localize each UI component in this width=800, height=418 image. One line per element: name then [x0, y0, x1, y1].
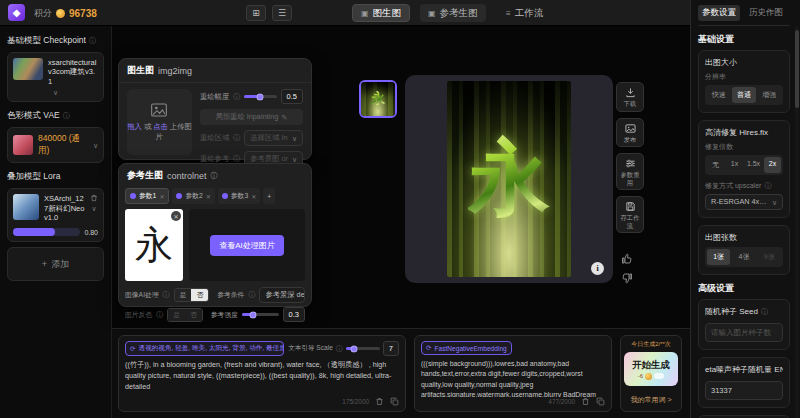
- cfg-scale-slider[interactable]: [346, 347, 380, 350]
- menu-button[interactable]: ☰: [272, 5, 292, 21]
- info-icon[interactable]: ⓘ: [211, 171, 218, 181]
- chevron-down-icon: ∨: [292, 156, 297, 163]
- advanced-settings-header: 高级设置: [698, 282, 790, 295]
- strength-slider[interactable]: [242, 313, 279, 316]
- controlnet-tabs: 参数1 ✕ 参数2 ✕ 参数3 ✕ +: [119, 184, 311, 204]
- controlnet-tab-3[interactable]: 参数3 ✕: [218, 188, 260, 204]
- upscaler-dropdown[interactable]: R-ESRGAN 4x+ (适合多种风 ∨: [705, 194, 783, 210]
- generate-button[interactable]: 开始生成 -6: [624, 352, 678, 386]
- chevron-down-icon[interactable]: ∨: [91, 205, 96, 212]
- download-button[interactable]: 下载: [616, 82, 644, 112]
- info-icon[interactable]: ⓘ: [233, 92, 240, 102]
- controlnet-tab-2[interactable]: 参数2 ✕: [172, 188, 214, 204]
- condition-dropdown[interactable]: 参考景深 dept ∨: [259, 287, 305, 303]
- ensd-input[interactable]: [705, 381, 783, 400]
- invert-no[interactable]: 否: [185, 309, 202, 321]
- grid-view-button[interactable]: ⊞: [246, 5, 266, 21]
- scrollbar-thumb[interactable]: [795, 30, 799, 108]
- resolution-option-normal[interactable]: 普通: [732, 87, 755, 103]
- scrollbar-track[interactable]: [795, 26, 799, 418]
- save-to-workflow-button[interactable]: 存工作流: [616, 196, 644, 233]
- favorite-prompts-link[interactable]: 我的常用词 >: [630, 395, 671, 407]
- info-icon[interactable]: ⓘ: [89, 36, 96, 46]
- chevron-down-icon[interactable]: ∨: [13, 89, 98, 96]
- vae-thumbnail: [13, 135, 33, 155]
- download-icon: [625, 87, 636, 98]
- thumbs-up-icon[interactable]: [621, 253, 633, 265]
- trash-icon[interactable]: [90, 194, 98, 202]
- info-icon[interactable]: ⓘ: [233, 133, 240, 143]
- controlnet-add-tab[interactable]: +: [263, 188, 275, 204]
- vae-card[interactable]: 840000 (通用) ∨: [7, 127, 104, 163]
- tab-controlnet[interactable]: ▣ 参考生图: [420, 4, 486, 22]
- cfg-scale-value[interactable]: 7: [383, 341, 399, 356]
- upload-drag-label: 拖入: [127, 122, 142, 131]
- negative-prompt-text[interactable]: (((simple background))),lowres,bad anato…: [421, 359, 605, 397]
- copy-icon[interactable]: [596, 397, 605, 406]
- info-icon[interactable]: ⓘ: [163, 290, 170, 300]
- copy-icon[interactable]: [390, 397, 399, 406]
- publish-button[interactable]: 发布: [616, 118, 644, 148]
- thumbs-down-icon[interactable]: [621, 272, 633, 284]
- region-dropdown[interactable]: 选择区域 In ∨: [244, 130, 303, 146]
- ai-process-yes[interactable]: 是: [175, 289, 192, 301]
- picture-icon: [151, 103, 167, 117]
- controlnet-tab-1[interactable]: 参数1 ✕: [125, 188, 169, 204]
- close-icon[interactable]: ✕: [251, 193, 256, 200]
- reuse-params-button[interactable]: 参数重用: [616, 153, 644, 190]
- remove-image-button[interactable]: ✕: [171, 211, 181, 221]
- trash-icon[interactable]: [581, 397, 590, 406]
- trash-icon[interactable]: [375, 397, 384, 406]
- seed-input[interactable]: [705, 323, 783, 342]
- upscale-1-5x[interactable]: 1.5x: [745, 157, 762, 173]
- result-thumbnail[interactable]: 永: [359, 80, 397, 118]
- strength-value[interactable]: 0.3: [283, 307, 305, 322]
- ai-process-no[interactable]: 否: [191, 289, 208, 301]
- batch-1[interactable]: 1张: [707, 249, 730, 265]
- generated-image[interactable]: 永: [447, 81, 571, 277]
- close-icon[interactable]: ✕: [159, 193, 164, 200]
- controlnet-reference-image[interactable]: 永 ✕: [125, 209, 183, 281]
- image-upload-dropzone[interactable]: 拖入 或 点击 上传图片: [127, 89, 192, 155]
- info-icon[interactable]: ⓘ: [761, 307, 768, 317]
- batch-4[interactable]: 4张: [732, 249, 755, 265]
- settings-panel: 参数设置 历史作图 基础设置 出图大小 分辨率 快速 普通 增强 高清修复 Hi…: [690, 0, 800, 418]
- view-ai-processed-button[interactable]: 查看AI处理图片: [210, 235, 284, 256]
- tab-workflow-label: 工作流: [515, 7, 544, 20]
- publish-icon: [625, 123, 636, 134]
- info-icon[interactable]: ⓘ: [336, 344, 343, 354]
- lora-card[interactable]: XSArchi_127新科幻Neov1.0 ∨ 0.80: [7, 188, 104, 242]
- tab-history[interactable]: 历史作图: [745, 5, 787, 21]
- chevron-down-icon[interactable]: ∨: [93, 142, 98, 149]
- tab-img2img[interactable]: ▣ 图生图: [352, 4, 410, 22]
- lora-weight-slider[interactable]: [13, 228, 80, 236]
- workflow-icon: ≡: [506, 9, 511, 18]
- info-icon[interactable]: ⓘ: [764, 181, 771, 191]
- negative-embedding-chip[interactable]: ⟳ FastNegativeEmbedding: [421, 341, 512, 355]
- controlnet-tab-3-label: 参数3: [231, 191, 248, 201]
- resolution-option-fast[interactable]: 快速: [707, 87, 730, 103]
- upscaler-value: R-ESRGAN 4x+ (适合多种风: [711, 197, 768, 207]
- close-icon[interactable]: ✕: [206, 193, 211, 200]
- upscale-none[interactable]: 无: [707, 157, 724, 173]
- inpainting-button[interactable]: 局部重绘 Inpainting ✎: [200, 109, 303, 125]
- image-info-button[interactable]: i: [591, 262, 604, 275]
- add-model-button[interactable]: + 添加: [7, 247, 104, 281]
- denoise-slider[interactable]: [244, 95, 276, 98]
- batch-9[interactable]: 9张: [758, 249, 781, 265]
- invert-yes[interactable]: 是: [168, 309, 185, 321]
- app-logo-icon[interactable]: ◆: [8, 4, 25, 21]
- tab-workflow[interactable]: ≡ 工作流: [498, 4, 551, 22]
- upscale-1x[interactable]: 1x: [726, 157, 743, 173]
- info-icon[interactable]: ⓘ: [156, 310, 163, 320]
- denoise-value[interactable]: 0.5: [281, 89, 303, 104]
- thumbnail-glyph: 永: [371, 90, 385, 108]
- resolution-option-enhanced[interactable]: 增强: [758, 87, 781, 103]
- tab-parameters[interactable]: 参数设置: [698, 5, 740, 21]
- positive-prompt-text[interactable]: ((竹子)), in a blooming garden, (fresh and…: [125, 360, 399, 397]
- info-icon[interactable]: ⓘ: [248, 290, 255, 300]
- info-icon[interactable]: ⓘ: [63, 111, 70, 121]
- checkpoint-card[interactable]: xsarchitecturalv3com建筑v3.1 ∨: [7, 52, 104, 102]
- keyword-suggestion-chip[interactable]: ⟳ 透视的视角, 轻盈, 唯美, 太阳光, 背景, 动作, 最佳质量: [125, 341, 284, 356]
- upscale-2x[interactable]: 2x: [764, 157, 781, 173]
